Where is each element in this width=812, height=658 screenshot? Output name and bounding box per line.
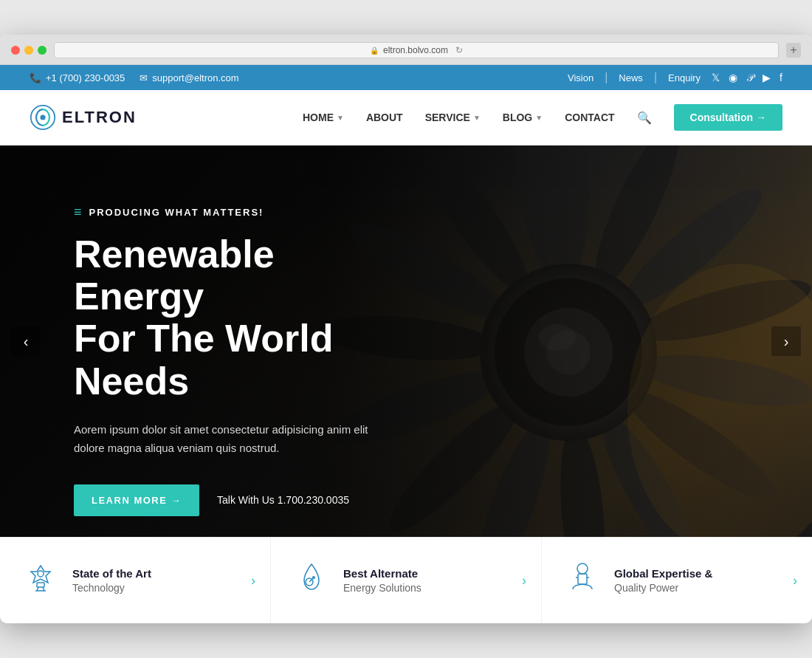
feature-title-1: State of the Art xyxy=(72,567,151,580)
instagram-icon[interactable]: ◉ xyxy=(729,72,737,84)
logo-text: ELTRON xyxy=(62,108,137,127)
feature-text-1: State of the Art Technology xyxy=(72,567,151,594)
refresh-icon[interactable]: ↻ xyxy=(455,45,463,55)
feature-sub-2: Energy Solutions xyxy=(343,582,422,594)
next-slide-button[interactable]: › xyxy=(771,326,801,356)
feature-item-3[interactable]: Global Expertise & Quality Power › xyxy=(542,538,812,623)
svg-rect-31 xyxy=(578,574,587,584)
learn-more-label: LEARN MORE → xyxy=(92,495,182,506)
hero-subtitle: Aorem ipsum dolor sit amet consectetur a… xyxy=(74,420,369,458)
svg-rect-24 xyxy=(37,583,44,587)
logo-icon xyxy=(30,104,56,131)
hero-title: Renewable Energy For The World Needs xyxy=(74,233,369,402)
address-bar[interactable]: 🔒 eltron.bolvo.com ↻ xyxy=(54,42,779,58)
top-bar: 📞 +1 (700) 230-0035 ✉ support@eltron.com… xyxy=(0,65,812,90)
hero-actions: LEARN MORE → Talk With Us 1.700.230.0035 xyxy=(74,484,369,516)
nav-contact[interactable]: CONTACT xyxy=(565,112,614,123)
nav-news[interactable]: News xyxy=(619,72,643,83)
nav-about-label: ABOUT xyxy=(366,112,403,123)
twitter-icon[interactable]: 𝕏 xyxy=(712,72,720,84)
consultation-button[interactable]: Consultation → xyxy=(674,104,782,131)
top-bar-right: Vision | News | Enquiry 𝕏 ◉ 𝒫 ▶ f xyxy=(568,71,782,84)
feature-item-2[interactable]: Best Alternate Energy Solutions › xyxy=(271,538,542,623)
url-text: eltron.bolvo.com xyxy=(383,45,448,55)
feature-item-1[interactable]: State of the Art Technology › xyxy=(0,538,271,623)
email-item: ✉ support@eltron.com xyxy=(140,72,238,83)
tag-icon: ≡ xyxy=(74,205,82,220)
phone-item: 📞 +1 (700) 230-0035 xyxy=(30,72,125,83)
nav-service-label: SERVICE xyxy=(425,112,470,123)
consultation-label: Consultation → xyxy=(690,112,766,123)
service-dropdown-arrow: ▼ xyxy=(473,114,481,122)
nav-contact-label: CONTACT xyxy=(565,112,614,123)
feature-icon-2 xyxy=(293,558,330,603)
pinterest-icon[interactable]: 𝒫 xyxy=(746,72,754,84)
hero-tag-text: PRODUCING WHAT MATTERS! xyxy=(89,207,264,218)
svg-point-23 xyxy=(38,571,44,577)
svg-point-30 xyxy=(577,563,588,574)
traffic-lights xyxy=(11,46,47,55)
home-dropdown-arrow: ▼ xyxy=(337,114,344,122)
browser-window: 🔒 eltron.bolvo.com ↻ + 📞 +1 (700) 230-00… xyxy=(0,35,812,623)
prev-slide-button[interactable]: ‹ xyxy=(11,326,41,356)
nav-enquiry[interactable]: Enquiry xyxy=(668,72,701,83)
logo[interactable]: ELTRON xyxy=(30,104,137,131)
svg-point-1 xyxy=(40,114,45,120)
feature-icon-1 xyxy=(22,558,59,603)
nav-service[interactable]: SERVICE ▼ xyxy=(425,112,481,123)
top-bar-left: 📞 +1 (700) 230-0035 ✉ support@eltron.com xyxy=(30,72,239,83)
feature-sub-3: Quality Power xyxy=(614,582,712,594)
facebook-icon[interactable]: f xyxy=(780,72,782,84)
header: ELTRON HOME ▼ ABOUT SERVICE ▼ BLOG ▼ CON… xyxy=(0,90,812,145)
nav-home[interactable]: HOME ▼ xyxy=(303,112,344,123)
features-bar: State of the Art Technology › Best Alter… xyxy=(0,537,812,623)
hero-content: ≡ PRODUCING WHAT MATTERS! Renewable Ener… xyxy=(0,145,443,537)
youtube-icon[interactable]: ▶ xyxy=(763,72,771,84)
svg-point-29 xyxy=(312,576,315,579)
hero-title-line2: For The World Needs xyxy=(74,317,333,402)
close-button[interactable] xyxy=(11,46,20,55)
lock-icon: 🔒 xyxy=(370,47,379,55)
nav-blog[interactable]: BLOG ▼ xyxy=(503,112,543,123)
feature-sub-1: Technology xyxy=(72,582,151,594)
hero-tag: ≡ PRODUCING WHAT MATTERS! xyxy=(74,205,369,220)
feature-text-3: Global Expertise & Quality Power xyxy=(614,567,712,594)
search-icon[interactable]: 🔍 xyxy=(637,111,652,125)
learn-more-button[interactable]: LEARN MORE → xyxy=(74,484,199,516)
new-tab-button[interactable]: + xyxy=(786,43,801,58)
feature-chevron-1: › xyxy=(251,573,255,589)
hero-section: ≡ PRODUCING WHAT MATTERS! Renewable Ener… xyxy=(0,145,812,537)
hero-title-line1: Renewable Energy xyxy=(74,233,275,318)
next-arrow-icon: › xyxy=(784,333,789,350)
blog-dropdown-arrow: ▼ xyxy=(535,114,543,122)
prev-arrow-icon: ‹ xyxy=(24,333,29,350)
nav-home-label: HOME xyxy=(303,112,334,123)
feature-icon-3 xyxy=(564,558,601,603)
nav-about[interactable]: ABOUT xyxy=(366,112,403,123)
nav-vision[interactable]: Vision xyxy=(568,72,593,83)
phone-number[interactable]: +1 (700) 230-0035 xyxy=(46,72,125,83)
feature-chevron-2: › xyxy=(522,573,526,589)
feature-text-2: Best Alternate Energy Solutions xyxy=(343,567,422,594)
browser-chrome: 🔒 eltron.bolvo.com ↻ + xyxy=(0,35,812,65)
main-nav: HOME ▼ ABOUT SERVICE ▼ BLOG ▼ CONTACT 🔍 … xyxy=(303,104,782,131)
talk-text: Talk With Us 1.700.230.0035 xyxy=(217,494,349,506)
social-icons: 𝕏 ◉ 𝒫 ▶ f xyxy=(712,72,782,84)
minimize-button[interactable] xyxy=(24,46,33,55)
feature-chevron-3: › xyxy=(793,573,797,589)
maximize-button[interactable] xyxy=(38,46,47,55)
email-icon: ✉ xyxy=(140,72,148,83)
feature-title-3: Global Expertise & xyxy=(614,567,712,580)
email-address[interactable]: support@eltron.com xyxy=(152,72,238,83)
nav-blog-label: BLOG xyxy=(503,112,532,123)
feature-title-2: Best Alternate xyxy=(343,567,422,580)
phone-icon: 📞 xyxy=(30,72,41,83)
